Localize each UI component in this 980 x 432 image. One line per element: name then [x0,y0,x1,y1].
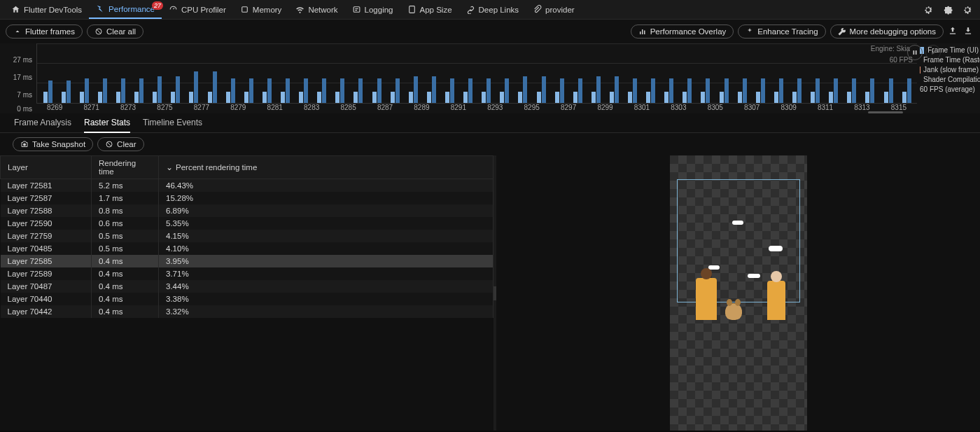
download-icon[interactable] [963,26,974,38]
frame-bar[interactable] [660,78,678,103]
tab-logging[interactable]: Logging [345,0,400,19]
frame-bar[interactable] [167,76,185,103]
frame-bar[interactable] [678,78,696,103]
table-row[interactable]: Layer 727590.5 ms4.15% [1,230,493,242]
frame-bar[interactable] [879,78,897,103]
pause-button[interactable] [907,45,923,60]
frame-bar[interactable] [825,78,843,103]
table-row[interactable]: Layer 725850.4 ms3.95% [1,255,493,267]
tab-memory[interactable]: Memory [233,0,289,19]
frame-bar[interactable] [295,78,313,103]
tab-performance[interactable]: Performance 27 [89,0,162,19]
frame-bar[interactable] [568,78,587,103]
tab-deep-links[interactable]: Deep Links [459,0,526,19]
play-button[interactable] [925,45,941,60]
flutter-frames-button[interactable]: Flutter frames [6,25,83,39]
more-debugging-button[interactable]: More debugging options [830,25,944,39]
frame-bar[interactable] [715,78,733,103]
frame-bar[interactable] [276,78,294,103]
frame-bar[interactable] [239,78,258,103]
table-row[interactable]: Layer 725880.8 ms6.89% [1,204,493,217]
clear-button[interactable]: Clear [97,137,144,151]
frame-bar[interactable] [861,78,879,103]
frame-bar[interactable] [185,71,203,103]
upload-icon[interactable] [948,26,959,38]
frame-bar[interactable] [843,78,861,103]
chart-plot[interactable]: 60 FPS [36,43,917,104]
col-layer[interactable]: Layer [1,156,92,179]
table-row[interactable]: Layer 704400.4 ms3.38% [1,293,493,305]
frame-bar[interactable] [477,78,496,103]
col-rendering-time[interactable]: Rendering time [92,156,159,179]
tab-raster-stats[interactable]: Raster Stats [84,113,130,133]
tab-timeline-events[interactable]: Timeline Events [143,113,202,133]
table-row[interactable]: Layer 725890.4 ms3.71% [1,267,493,280]
tab-provider[interactable]: provider [526,0,582,19]
frame-bar[interactable] [587,76,605,103]
panel-splitter[interactable] [493,155,496,431]
frame-bar[interactable] [751,78,769,103]
frame-bar[interactable] [38,81,57,103]
take-snapshot-button[interactable]: Take Snapshot [13,137,93,151]
frame-bar[interactable] [313,78,331,103]
frame-bar[interactable] [440,78,458,103]
frame-bar[interactable] [386,78,404,103]
x-tick: 8285 [330,104,366,113]
frame-bar[interactable] [624,78,642,103]
cell-layer: Layer 72587 [1,192,92,204]
frame-bar[interactable] [769,78,788,103]
tab-network[interactable]: Network [288,0,344,19]
frame-bar[interactable] [459,78,477,103]
table-row[interactable]: Layer 725871.7 ms15.28% [1,192,493,204]
frame-bar[interactable] [897,78,916,103]
frame-bar[interactable] [368,78,386,103]
frame-bar[interactable] [221,78,239,103]
tab-app-size[interactable]: App Size [400,0,459,19]
col-percent-rendering-time[interactable]: ⌄Percent rendering time [159,156,493,179]
frame-bar[interactable] [422,76,440,103]
home-tab[interactable]: Flutter DevTools [4,0,89,19]
svg-rect-9 [916,50,917,55]
cloud-icon [748,274,760,278]
gear-icon[interactable] [923,4,934,15]
frame-bar[interactable] [130,78,148,103]
table-row[interactable]: Layer 704870.4 ms3.44% [1,280,493,293]
frame-bar[interactable] [788,78,806,103]
table-row[interactable]: Layer 704850.5 ms4.10% [1,242,493,255]
extension-icon[interactable] [942,4,953,15]
frame-bar[interactable] [550,78,568,103]
frame-bar[interactable] [93,78,111,103]
performance-overlay-button[interactable]: Performance Overlay [631,25,734,39]
frame-bar[interactable] [75,78,93,103]
frame-bar[interactable] [605,76,623,103]
frame-bar[interactable] [404,76,422,103]
x-tick: 8297 [550,104,587,113]
frame-bar[interactable] [349,78,368,103]
frame-bar[interactable] [496,78,514,103]
frame-bar[interactable] [514,76,532,103]
enhance-tracing-button[interactable]: Enhance Tracing [738,25,825,39]
tab-label: Deep Links [479,6,519,14]
frame-bar[interactable] [111,78,130,103]
frame-bar[interactable] [806,78,825,103]
frame-bar[interactable] [148,76,167,103]
frame-bar[interactable] [57,81,75,103]
table-row[interactable]: Layer 725815.2 ms46.43% [1,179,493,193]
legend-item: Jank (slow frame) [920,66,979,74]
table-row[interactable]: Layer 704420.4 ms3.32% [1,305,493,318]
tab-frame-analysis[interactable]: Frame Analysis [14,113,71,133]
cell-time: 0.4 ms [92,255,159,267]
frame-bar[interactable] [532,76,550,103]
frame-bar[interactable] [696,78,715,103]
frame-bar[interactable] [331,78,349,103]
x-tick: 8279 [220,104,256,113]
frame-bar[interactable] [642,78,660,103]
table-row[interactable]: Layer 725900.6 ms5.35% [1,217,493,230]
tab-cpu-profiler[interactable]: CPU Profiler [162,0,233,19]
frame-bar[interactable] [733,78,751,103]
gear-icon-2[interactable] [962,4,973,15]
clear-all-button[interactable]: Clear all [87,25,144,39]
frame-bar[interactable] [203,71,221,103]
chart-scrollbar[interactable] [868,111,903,113]
frame-bar[interactable] [258,78,276,103]
